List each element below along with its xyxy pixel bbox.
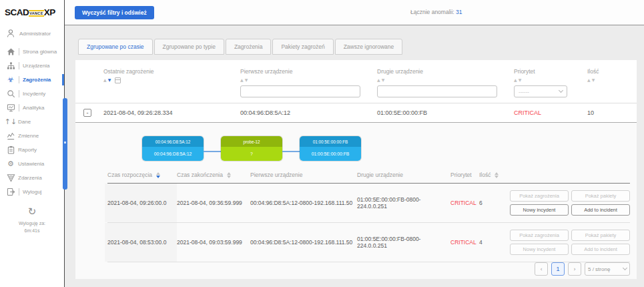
show-threats-button[interactable]: Pokaż zagrożenia xyxy=(510,190,569,202)
next-page-button[interactable]: › xyxy=(568,262,581,276)
details-start-label: Czas rozpoczęcia xyxy=(107,172,152,178)
sidebar-item-urzadzenia[interactable]: Urządzenia xyxy=(0,59,64,73)
gear-icon: ⚙ xyxy=(6,160,15,169)
sidebar-item-zdarzenia[interactable]: Zdarzenia xyxy=(0,171,64,185)
total-anomalies: Łącznie anomalii: 31 xyxy=(410,9,462,15)
details-count-label: Ilość xyxy=(479,172,491,178)
collapse-row-toggle[interactable]: - xyxy=(83,109,91,117)
group-first-device: 00:04:96:D8:5A:12 xyxy=(240,109,377,116)
refresh-session-icon[interactable]: ↻ xyxy=(28,206,37,218)
sort-last-threat[interactable]: ▲▼ xyxy=(103,77,240,83)
shield-icon xyxy=(6,174,15,183)
node-address: ? xyxy=(221,147,282,161)
sort-second-device[interactable]: ▲▼ xyxy=(377,77,514,83)
row-first-device: 00:04:96:D8:5A:12-0800-192.168.111.50 xyxy=(250,226,357,258)
home-icon xyxy=(6,47,15,57)
sort-count[interactable]: ▲▼ xyxy=(587,77,630,83)
details-end-label: Czas zakończenia xyxy=(177,172,223,178)
node-title: probe-12 xyxy=(221,136,282,147)
row-second-device: 01:00:5E:00:00:FB-0800-224.0.0.251 xyxy=(357,223,450,262)
node-title: 01:00:5E:00:00:FB xyxy=(300,136,361,147)
node-address: 00:04:96:D8:5A:12 xyxy=(142,147,204,161)
count-label: Ilość xyxy=(587,68,630,75)
pagination: ‹ 1 › 5 / stronę xyxy=(535,262,630,276)
sort-start[interactable] xyxy=(156,172,160,178)
sort-end[interactable] xyxy=(227,172,231,178)
prev-page-button[interactable]: ‹ xyxy=(535,262,548,276)
sidebar-item-zmienne[interactable]: Zmienne xyxy=(0,129,64,143)
analytics-icon xyxy=(6,103,15,113)
show-packets-button[interactable]: Pokaż pakiety xyxy=(571,190,630,202)
total-anomalies-label: Łącznie anomalii: xyxy=(410,9,454,15)
logout-countdown-value: 6m:41s xyxy=(0,228,64,235)
logo-scad: SCAD xyxy=(5,7,29,17)
table-filter-header: Ostatnie zagrożenie ▲▼ Pierwsze urządzen… xyxy=(75,60,637,103)
device-node-first[interactable]: 00:04:96:D8:5A:12 00:04:96:D8:5A:12 xyxy=(142,136,204,161)
sort-first-device[interactable]: ▲▼ xyxy=(240,77,377,83)
priority-label: Priorytet xyxy=(514,68,587,75)
connection-diagram: 00:04:96:D8:5A:12 00:04:96:D8:5A:12 prob… xyxy=(142,136,637,161)
chevron-down-icon xyxy=(623,266,627,270)
row-count: 6 xyxy=(479,187,510,219)
sidebar-item-wyloguj[interactable]: Wyloguj xyxy=(0,185,64,199)
session-timer: ↻ Wyloguję za: 6m:41s xyxy=(0,206,64,234)
row-actions: Pokaż zagrożenia Pokaż pakiety Nowy incy… xyxy=(510,226,630,259)
device-node-second[interactable]: 01:00:5E:00:00:FB 01:00:5E:00:00:FB xyxy=(300,136,361,161)
sidebar-item-raporty[interactable]: Raporty xyxy=(0,143,64,157)
sidebar-item-zagrozenia[interactable]: ☣ Zagrożenia xyxy=(0,73,64,87)
priority-filter-value: ------ xyxy=(519,89,529,95)
row-start-time: 2021-08-04, 09:26:00.0 xyxy=(105,184,177,222)
devices-icon xyxy=(6,61,15,71)
sort-priority[interactable]: ▲▼ xyxy=(514,77,587,83)
row-start-time: 2021-08-04, 08:53:00.0 xyxy=(105,223,177,262)
app-logo: SCADVANCEXP xyxy=(0,0,64,22)
show-threats-button[interactable]: Pokaż zagrożenia xyxy=(510,230,569,241)
row-priority-badge: CRITICAL xyxy=(450,187,479,219)
sidebar-item-dane[interactable]: ↑↓ Dane xyxy=(0,115,64,129)
logout-icon xyxy=(6,188,15,197)
sidebar-item-analityka[interactable]: Analityka xyxy=(0,101,64,115)
sidebar-item-incydenty[interactable]: Incydenty xyxy=(0,87,64,101)
tab-zagrozenia[interactable]: Zagrożenia xyxy=(226,39,272,55)
details-second-device-label: Drugie urządzenie xyxy=(357,172,450,178)
group-last-threat: 2021-08-04, 09:26:28.334 xyxy=(103,109,240,116)
add-to-incident-button[interactable]: Add to incident xyxy=(571,244,630,255)
second-device-filter-input[interactable] xyxy=(377,85,497,97)
row-priority-badge: CRITICAL xyxy=(450,226,479,258)
user-profile[interactable]: Administrator xyxy=(0,22,64,45)
tab-zawsze-ignorowane[interactable]: Zawsze ignorowane xyxy=(335,39,403,55)
row-end-time: 2021-08-04, 09:03:59.999 xyxy=(177,226,250,258)
group-second-device: 01:00:5E:00:00:FB xyxy=(377,109,514,116)
clear-filters-button[interactable]: Wyczyść filtry i odśwież xyxy=(75,6,154,19)
add-to-incident-button[interactable]: Add to incident xyxy=(571,204,630,216)
last-threat-label: Ostatnie zagrożenie xyxy=(103,68,240,75)
column-first-device: Pierwsze urządzenie ▲▼ xyxy=(240,68,377,97)
sort-details-count[interactable] xyxy=(495,172,499,178)
calendar-icon[interactable] xyxy=(115,77,121,83)
node-address: 01:00:5E:00:00:FB xyxy=(300,147,361,161)
sidebar-item-strona-glowna[interactable]: Strona główna xyxy=(0,45,64,59)
new-incident-button[interactable]: Nowy incydent xyxy=(510,244,569,255)
tab-zgrupowane-po-typie[interactable]: Zgrupowane po typie xyxy=(154,39,224,55)
row-first-device: 00:04:96:D8:5A:12-0800-192.168.111.50 xyxy=(250,187,357,219)
probe-node[interactable]: probe-12 ? xyxy=(221,136,282,161)
connection-line xyxy=(204,151,221,152)
reports-icon xyxy=(6,146,15,155)
group-count: 10 xyxy=(587,109,630,116)
threat-group-row: - 2021-08-04, 09:26:28.334 00:04:96:D8:5… xyxy=(75,103,637,123)
sidebar-resize-handle[interactable] xyxy=(63,98,67,190)
row-end-time: 2021-08-04, 09:36:59.999 xyxy=(177,187,250,219)
second-device-label: Drugie urządzenie xyxy=(377,68,514,75)
total-anomalies-value: 31 xyxy=(456,9,462,15)
show-packets-button[interactable]: Pokaż pakiety xyxy=(571,230,630,241)
search-icon xyxy=(6,89,15,99)
threat-tabs: Zgrupowane po czasie Zgrupowane po typie… xyxy=(78,39,644,55)
sidebar-item-ustawienia[interactable]: ⚙ Ustawienia xyxy=(0,157,64,171)
tab-zgrupowane-po-czasie[interactable]: Zgrupowane po czasie xyxy=(78,39,153,55)
priority-filter-select[interactable]: ------ xyxy=(514,85,567,97)
page-size-select[interactable]: 5 / stronę xyxy=(585,262,630,276)
new-incident-button[interactable]: Nowy incydent xyxy=(510,204,569,216)
page-number-1[interactable]: 1 xyxy=(551,262,565,276)
tab-pakiety-zagrozen[interactable]: Pakiety zagrożeń xyxy=(272,39,333,55)
first-device-filter-input[interactable] xyxy=(240,85,360,97)
